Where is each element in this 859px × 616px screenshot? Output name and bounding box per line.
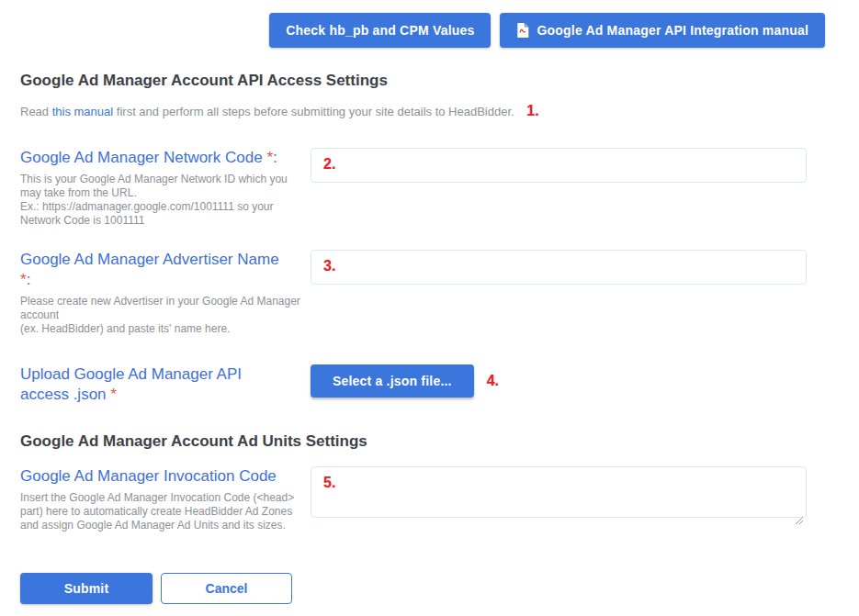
check-hbpb-cpm-values-button[interactable]: Check hb_pb and CPM Values: [269, 13, 491, 48]
required-asterisk: *: [110, 386, 117, 403]
api-access-settings-title: Google Ad Manager Account API Access Set…: [20, 72, 859, 90]
manual-button-label: Google Ad Manager API Integration manual: [537, 23, 808, 38]
advertiser-name-help: Please create new Advertiser in your Goo…: [20, 295, 311, 336]
api-integration-manual-button[interactable]: Google Ad Manager API Integration manual: [500, 13, 825, 48]
label-colon: :: [273, 149, 277, 166]
network-code-row: Google Ad Manager Network Code *: This i…: [0, 148, 859, 228]
network-code-label: Google Ad Manager Network Code *:: [20, 148, 288, 168]
advertiser-name-input[interactable]: [311, 250, 807, 285]
invocation-code-textarea[interactable]: [311, 466, 807, 518]
network-code-label-text: Google Ad Manager Network Code: [20, 149, 263, 166]
top-action-bar: Check hb_pb and CPM Values Google Ad Man…: [0, 0, 859, 48]
invocation-code-row: Google Ad Manager Invocation Code Insert…: [0, 466, 859, 532]
select-json-file-button[interactable]: Select a .json file...: [311, 364, 474, 398]
label-colon: :: [27, 271, 31, 288]
invocation-code-help: Insert the Google Ad Manager Invocation …: [20, 491, 311, 532]
adunits-settings-title: Google Ad Manager Account Ad Units Setti…: [20, 432, 859, 451]
network-code-input[interactable]: [311, 148, 807, 183]
invocation-code-label: Google Ad Manager Invocation Code: [20, 466, 288, 487]
api-settings-form: Google Ad Manager Network Code *: This i…: [0, 148, 859, 604]
advertiser-name-label: Google Ad Manager Advertiser Name *:: [20, 250, 288, 290]
intro-suffix: first and perform all steps before submi…: [117, 105, 514, 118]
document-icon: [516, 23, 529, 38]
required-asterisk: *: [20, 271, 27, 288]
this-manual-link[interactable]: this manual: [52, 105, 113, 118]
invocation-code-label-text: Google Ad Manager Invocation Code: [20, 467, 277, 485]
advertiser-name-label-text: Google Ad Manager Advertiser Name: [20, 251, 279, 268]
network-code-help: This is your Google Ad Manager Network I…: [20, 173, 311, 228]
upload-json-row: Upload Google Ad Manager API access .jso…: [0, 364, 859, 405]
cancel-button[interactable]: Cancel: [161, 573, 292, 604]
intro-prefix: Read: [20, 105, 49, 118]
annotation-step-4: 4.: [487, 364, 499, 398]
submit-button[interactable]: Submit: [20, 573, 153, 604]
upload-json-label-text: Upload Google Ad Manager API access .jso…: [20, 365, 242, 403]
intro-text: Read this manual first and perform all s…: [20, 103, 859, 120]
form-actions: Submit Cancel: [0, 573, 859, 604]
advertiser-name-row: Google Ad Manager Advertiser Name *: Ple…: [0, 250, 859, 336]
annotation-step-1: 1.: [526, 103, 538, 118]
upload-json-label: Upload Google Ad Manager API access .jso…: [20, 364, 288, 405]
